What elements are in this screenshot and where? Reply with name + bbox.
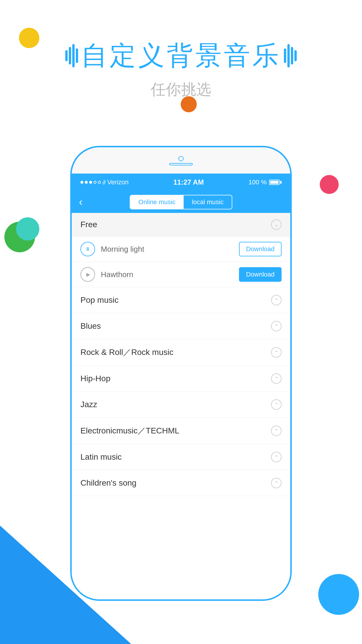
tab-local-music[interactable]: local music (184, 195, 232, 209)
track-row-morning-light: ⏸ Morning light Download (72, 237, 290, 262)
deco-cyan-circle (16, 217, 39, 241)
signal-dot (80, 181, 83, 184)
download-button-hawthorn[interactable]: Download (239, 267, 282, 282)
nav-bar: ‹ Online music local music (72, 191, 290, 213)
category-name-blues: Blues (80, 321, 101, 331)
right-wave-icon (284, 44, 297, 67)
camera-icon (178, 156, 184, 161)
play-icon: ▶ (86, 271, 90, 278)
wave-bar (72, 44, 75, 67)
signal-dots (80, 181, 101, 184)
speaker-icon (169, 163, 193, 165)
free-section-header[interactable]: Free ⌄ (72, 213, 290, 237)
battery-icon (269, 180, 282, 185)
battery-tip (280, 181, 282, 184)
main-title: 自定义背景音乐 (0, 38, 362, 74)
music-list: Free ⌄ ⏸ Morning light Download ▶ Hawtho… (72, 213, 290, 599)
battery-fill (270, 181, 278, 184)
chevron-up-icon[interactable]: ⌃ (271, 321, 282, 331)
title-text: 自定义背景音乐 (81, 38, 281, 74)
subtitle-text: 任你挑选 (0, 79, 362, 100)
category-name-rock: Rock & Roll／Rock music (80, 347, 173, 358)
deco-blue-large-circle (318, 574, 359, 615)
download-button-morning-light[interactable]: Download (239, 242, 282, 256)
free-section-title: Free (80, 220, 97, 229)
wave-bar (65, 50, 68, 61)
status-right: 100 % (249, 178, 282, 186)
chevron-up-icon[interactable]: ⌃ (271, 478, 282, 488)
chevron-up-icon[interactable]: ⌃ (271, 295, 282, 305)
track-name-morning-light: Morning light (101, 245, 239, 254)
category-name-pop: Pop music (80, 295, 119, 305)
tab-online-label: Online music (138, 198, 175, 206)
status-left: ∂ Verizon (80, 178, 129, 186)
category-name-childrens: Children's song (80, 478, 136, 488)
wave-bar (291, 47, 293, 64)
phone-mockup: ∂ Verizon 11:27 AM 100 % ‹ Online music (70, 146, 292, 601)
category-rock[interactable]: Rock & Roll／Rock music ⌃ (72, 339, 290, 366)
wave-bar (294, 50, 297, 61)
wave-bar (76, 48, 78, 63)
tab-group: Online music local music (130, 195, 232, 209)
header-area: 自定义背景音乐 任你挑选 (0, 38, 362, 100)
category-pop-music[interactable]: Pop music ⌃ (72, 287, 290, 313)
category-latin[interactable]: Latin music ⌃ (72, 444, 290, 470)
wave-bar (287, 44, 290, 67)
category-name-electronic: Electronicmusic／TECHML (80, 425, 179, 436)
carrier-name: Verizon (107, 178, 129, 186)
chevron-up-icon[interactable]: ⌃ (271, 426, 282, 436)
phone-notch (169, 156, 193, 165)
chevron-up-icon[interactable]: ⌃ (271, 452, 282, 462)
tab-local-label: local music (192, 198, 224, 206)
pause-button[interactable]: ⏸ (80, 242, 95, 256)
wave-bar (284, 48, 286, 63)
track-name-hawthorn: Hawthorn (101, 270, 239, 279)
deco-pink-circle (320, 175, 339, 194)
signal-dot (89, 181, 92, 184)
play-button-hawthorn[interactable]: ▶ (80, 267, 95, 282)
category-childrens-song[interactable]: Children's song ⌃ (72, 470, 290, 496)
left-wave-icon (65, 44, 78, 67)
category-blues[interactable]: Blues ⌃ (72, 313, 290, 339)
category-hiphop[interactable]: Hip-Hop ⌃ (72, 366, 290, 392)
phone-outer: ∂ Verizon 11:27 AM 100 % ‹ Online music (70, 146, 292, 601)
status-time: 11:27 AM (173, 178, 204, 186)
chevron-up-icon[interactable]: ⌃ (271, 373, 282, 384)
category-name-jazz: Jazz (80, 400, 97, 409)
signal-dot-empty (98, 181, 101, 184)
pause-icon: ⏸ (85, 246, 90, 252)
chevron-up-icon[interactable]: ⌃ (271, 399, 282, 410)
battery-percent: 100 % (249, 178, 267, 186)
wifi-icon: ∂ (103, 179, 106, 186)
category-name-hiphop: Hip-Hop (80, 374, 110, 383)
status-bar: ∂ Verizon 11:27 AM 100 % (72, 174, 290, 191)
back-button[interactable]: ‹ (79, 196, 82, 208)
signal-dot-empty (94, 181, 96, 184)
chevron-down-icon[interactable]: ⌄ (271, 219, 282, 230)
signal-dot (85, 181, 88, 184)
category-jazz[interactable]: Jazz ⌃ (72, 392, 290, 418)
chevron-up-icon[interactable]: ⌃ (271, 347, 282, 358)
category-electronic[interactable]: Electronicmusic／TECHML ⌃ (72, 418, 290, 444)
track-row-hawthorn: ▶ Hawthorn Download (72, 262, 290, 287)
category-name-latin: Latin music (80, 452, 122, 462)
wave-bar (69, 47, 71, 64)
battery-body (269, 180, 280, 185)
tab-online-music[interactable]: Online music (130, 195, 184, 209)
